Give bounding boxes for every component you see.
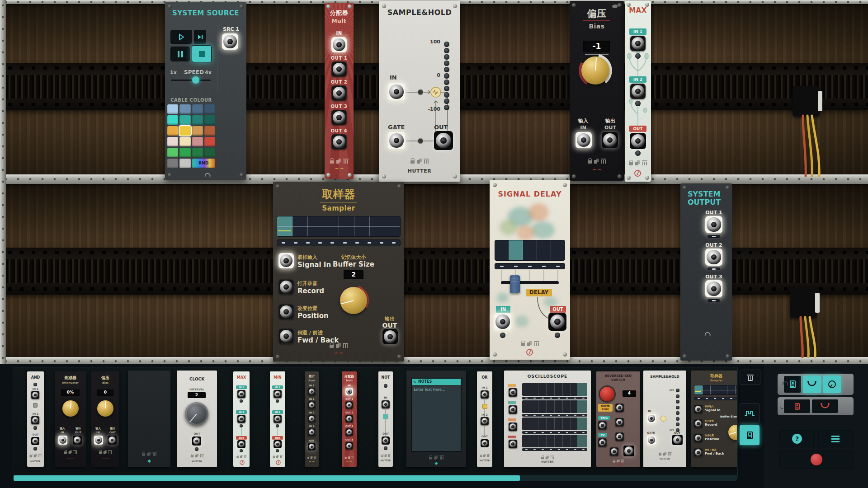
bias-in-jack[interactable]	[576, 132, 592, 148]
sh-gate-jack[interactable]	[388, 132, 405, 149]
notes-screen[interactable]: NOTES ✎ Enter Text Here...	[411, 378, 462, 452]
jack[interactable]	[108, 436, 117, 445]
tray-module-and[interactable]: AND IN 1 IN 2 OUT HUTTER	[27, 371, 44, 467]
tray-module-notes[interactable]: NOTES ✎ Enter Text Here... ◆	[406, 371, 466, 467]
jack[interactable]	[694, 419, 703, 428]
jack[interactable]	[73, 436, 82, 445]
jack[interactable]	[694, 405, 703, 413]
jack[interactable]	[694, 434, 703, 442]
delay-in-jack[interactable]	[494, 313, 511, 330]
jack[interactable]	[274, 390, 282, 398]
module-view-button[interactable]	[740, 425, 760, 445]
jack[interactable]	[382, 436, 390, 445]
max-out-jack[interactable]	[630, 133, 646, 149]
sysout-3-jack[interactable]	[705, 280, 722, 297]
speed-slider-thumb[interactable]	[192, 76, 199, 84]
jack[interactable]	[308, 388, 316, 395]
jack[interactable]	[345, 388, 353, 395]
jack[interactable]	[345, 401, 353, 409]
tray-module-oscilloscope[interactable]: OSCILLOSCOPE HUTTER	[504, 371, 591, 467]
cable-swatch[interactable]	[167, 148, 178, 157]
module-signal-delay[interactable]: SIGNAL DELAY DELAY IN OUT	[490, 180, 570, 360]
jack[interactable]	[598, 421, 607, 430]
module-system-source[interactable]: SYSTEM SOURCE 1x SPEED 4x SRC 1 CABLE CO…	[165, 2, 246, 180]
cable-swatch[interactable]	[179, 137, 190, 146]
cable-swatch[interactable]	[192, 148, 203, 157]
module-bias[interactable]: 偏压 Bias -1 输入 IN 输出 OUT	[570, 1, 624, 181]
jack[interactable]	[274, 415, 282, 423]
tray-module-not[interactable]: NOT IN OUT HUTTER	[378, 371, 393, 467]
delete-cables-button[interactable]	[812, 399, 838, 413]
module-mult[interactable]: 分配器 Mult IN OUT 1 OUT 2 OUT 3 OUT 4	[325, 3, 354, 179]
knob[interactable]	[97, 400, 113, 417]
mult-out3-jack[interactable]	[331, 110, 347, 125]
tray-module-sum[interactable]: 累计 Sum IN 1 IN 2 IN 3 IN 4 OUT	[305, 371, 319, 467]
jack[interactable]	[481, 439, 489, 447]
bias-out-jack[interactable]	[602, 132, 618, 148]
menu-button[interactable]	[817, 430, 854, 447]
sh-in-jack[interactable]	[388, 83, 405, 100]
pause-button[interactable]	[170, 47, 190, 61]
jack[interactable]	[237, 415, 245, 423]
jack[interactable]	[308, 428, 316, 436]
jack[interactable]	[623, 446, 634, 456]
knob[interactable]	[185, 402, 208, 426]
jack[interactable]	[237, 440, 245, 448]
module-action-icons[interactable]	[490, 341, 570, 346]
delay-slider-handle[interactable]	[510, 275, 520, 293]
jack[interactable]	[481, 390, 489, 399]
jack[interactable]	[615, 418, 624, 427]
mult-out2-jack[interactable]	[331, 85, 347, 101]
tray-module-or[interactable]: OR IN 1 IN 2 OUT HUTTER	[477, 371, 492, 467]
tray-module-sampler[interactable]: 取样器 Sampler 取样输入 Signal In 打开录音 Record 改…	[691, 371, 737, 467]
cable-swatch[interactable]	[167, 115, 178, 125]
mult-out1-jack[interactable]	[331, 61, 347, 77]
cable-swatch[interactable]	[167, 137, 178, 146]
jack[interactable]	[237, 390, 245, 398]
cable-swatch[interactable]	[179, 115, 190, 125]
cable-swatch[interactable]	[167, 159, 178, 168]
mult-out4-jack[interactable]	[331, 134, 347, 150]
tray-module-blank[interactable]: ◆	[128, 371, 170, 467]
module-action-icons[interactable]	[325, 158, 354, 164]
module-sample-hold[interactable]: SAMPLE&HOLD 100 0 -100 IN GATE OUT HUTTE…	[379, 1, 460, 182]
tray-module-seq-switch[interactable]: REVERSED SEQ SWITCH 4 SAMETIME TRIG CV	[596, 371, 640, 467]
jack[interactable]	[345, 428, 353, 436]
cable-swatch[interactable]	[179, 159, 190, 168]
module-max[interactable]: MAX IN 1 IN 2 OUT	[625, 1, 651, 182]
mult-in-jack[interactable]	[331, 37, 347, 52]
jack[interactable]	[31, 437, 39, 445]
sampler-signal-in-jack[interactable]	[278, 253, 294, 268]
cable-swatch[interactable]	[192, 115, 203, 125]
jack[interactable]	[598, 438, 607, 447]
cable-swatch[interactable]	[179, 126, 190, 136]
record-button[interactable]	[779, 450, 854, 469]
sysout-2-jack[interactable]	[705, 249, 722, 266]
lock-cables-button[interactable]	[803, 375, 821, 393]
step-button[interactable]	[194, 30, 206, 44]
signal-view-button[interactable]	[740, 404, 760, 423]
cable-swatch[interactable]	[192, 104, 203, 114]
module-action-icons[interactable]	[625, 160, 651, 165]
jack[interactable]	[509, 405, 517, 414]
tray-scrollbar-thumb[interactable]	[14, 475, 520, 481]
jack[interactable]	[94, 436, 103, 445]
tray-module-attenuator[interactable]: 衰减器 Attenuator 0% 输入 IN 输出 OUT	[55, 371, 86, 467]
sampler-out-jack[interactable]	[382, 329, 398, 344]
module-action-icons[interactable]	[570, 158, 624, 164]
jack[interactable]	[647, 436, 656, 445]
jack[interactable]	[345, 415, 353, 422]
tray-trash-button[interactable]	[740, 370, 760, 385]
knob[interactable]	[62, 400, 79, 417]
tray-module-bias[interactable]: 偏压 Bias 0 输入 IN 输出 OUT	[91, 371, 119, 467]
jack[interactable]	[345, 442, 353, 450]
bias-knob[interactable]	[581, 56, 609, 84]
cable-swatch[interactable]	[204, 115, 215, 125]
jack[interactable]	[308, 415, 316, 422]
src1-jack[interactable]	[222, 33, 238, 50]
tray-scrollbar-track[interactable]	[14, 475, 737, 481]
cable-swatch-random[interactable]: RND	[192, 159, 216, 168]
jack[interactable]	[509, 440, 517, 448]
sysout-1-jack[interactable]	[705, 216, 722, 233]
jack[interactable]	[31, 391, 39, 399]
